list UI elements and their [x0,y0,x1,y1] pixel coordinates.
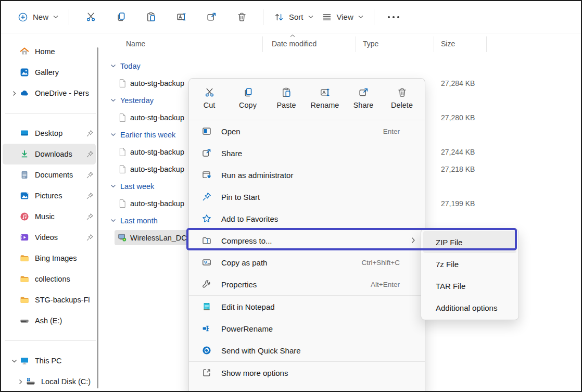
music-icon [19,211,30,222]
sidebar-item-label: OneDrive - Pers [35,89,96,97]
menu-item-pin-to-start[interactable]: Pin to Start [189,186,425,208]
home-icon [19,46,30,57]
pin-icon [84,212,95,221]
sidebar-item-home[interactable]: Home [3,41,96,62]
cut-quick-action[interactable]: Cut [190,84,229,120]
menu-item-copy-as-path[interactable]: Copy as path Ctrl+Shift+C [189,251,425,273]
sidebar-item-local-disk-c[interactable]: Local Disk (C:) [3,371,96,392]
compress-zip-icon [201,235,212,246]
menu-item-send-with-quick-share[interactable]: Send with Quick Share [189,339,425,361]
shortcut-label: Ctrl+Shift+C [361,259,400,267]
quick-actions-row: Cut Copy Paste Rename Share Delete [189,79,425,120]
navigation-pane: Home Gallery OneDrive - Pers Desktop Dow… [1,34,103,391]
sidebar-item-collections[interactable]: collections [3,269,96,289]
share-quick-action[interactable]: Share [344,84,383,120]
column-header-date-modified[interactable]: Date modified [263,34,356,54]
sidebar-item-gallery[interactable]: Gallery [3,62,96,83]
paste-button[interactable] [139,7,163,28]
sidebar-item-desktop[interactable]: Desktop [3,123,96,144]
view-button[interactable]: View [318,9,368,26]
gallery-icon [19,67,30,78]
new-plus-icon [18,12,28,22]
cut-button[interactable] [79,7,103,28]
chevron-down-icon[interactable] [9,359,19,363]
file-icon [117,198,128,209]
chevron-right-icon[interactable] [15,379,26,385]
column-header-row: Name Date modified Type Size [103,34,580,54]
paste-quick-action[interactable]: Paste [267,84,306,120]
admin-shield-icon [201,170,212,180]
sidebar-item-stg-backups[interactable]: STG-backups-Fl [3,289,96,310]
chevron-down-icon [308,15,313,19]
menu-item-run-as-administrator[interactable]: Run as administrator [189,164,425,186]
copy-icon [116,11,126,22]
sidebar-item-label: collections [35,275,96,283]
chevron-down-icon [110,98,116,102]
sidebar-item-ash-drive[interactable]: Ash (E:) [3,310,96,331]
new-button[interactable]: New [14,9,62,26]
share-icon [201,148,212,158]
documents-icon [19,170,30,180]
folder-icon [19,295,30,305]
more-options-button[interactable] [381,16,407,18]
sidebar-divider [5,113,96,113]
menu-item-properties[interactable]: Properties Alt+Enter [189,273,425,295]
installer-file-icon [117,233,128,243]
menu-item-compress-to[interactable]: Compress to... [189,230,425,251]
group-header-today[interactable]: Today [103,57,580,74]
menu-item-show-more-options[interactable]: Show more options [189,362,425,384]
sidebar-item-videos[interactable]: Videos [3,227,96,248]
sidebar-item-pictures[interactable]: Pictures [3,185,96,206]
open-icon [201,126,212,136]
chevron-down-icon [53,15,58,19]
share-button[interactable] [199,7,223,28]
column-header-name[interactable]: Name [103,34,263,54]
column-header-type[interactable]: Type [356,34,434,54]
sidebar-item-label: Home [35,47,96,56]
sort-button-label: Sort [289,12,303,21]
sidebar-item-downloads[interactable]: Downloads [3,144,96,165]
sidebar-item-label: Gallery [35,68,96,77]
sort-button[interactable]: Sort [270,9,318,26]
chevron-down-icon [358,15,363,19]
toolbar-divider [69,9,69,25]
sidebar-item-music[interactable]: Music [3,206,96,227]
rename-icon [320,87,331,98]
sidebar-item-documents[interactable]: Documents [3,165,96,185]
desktop-icon [19,128,30,138]
rename-quick-action[interactable]: Rename [306,84,344,120]
menu-item-open[interactable]: Open Enter [189,120,425,142]
chevron-right-icon[interactable] [9,91,19,96]
menu-item-edit-in-notepad[interactable]: Edit in Notepad [189,296,425,318]
submenu-item-zip-file[interactable]: ZIP File [423,231,516,253]
menu-item-share[interactable]: Share [189,142,425,164]
copy-path-icon [201,257,212,268]
rename-icon [176,11,187,22]
sidebar-item-this-pc[interactable]: This PC [3,350,96,371]
pin-outline-icon [201,192,212,202]
submenu-item-tar-file[interactable]: TAR File [423,275,516,297]
paste-icon [146,11,157,22]
powerrename-icon [201,323,212,334]
sidebar-item-onedrive[interactable]: OneDrive - Pers [3,83,96,104]
copy-button[interactable] [109,7,133,28]
sidebar-item-bing-images[interactable]: Bing Images [3,248,96,269]
notepad-icon [201,301,212,312]
share-icon [358,87,369,98]
menu-item-powerrename[interactable]: PowerRename [189,318,425,339]
sidebar-scrollbar[interactable] [97,47,98,388]
delete-button[interactable] [230,7,254,28]
pin-icon [84,150,95,159]
toolbar-divider [374,9,374,25]
delete-quick-action[interactable]: Delete [383,84,421,120]
delete-icon [236,11,247,22]
rename-button[interactable] [169,7,193,28]
sidebar-item-label: Documents [35,171,84,179]
copy-quick-action[interactable]: Copy [229,84,267,120]
new-button-label: New [33,12,48,21]
menu-item-add-to-favorites[interactable]: Add to Favorites [189,208,425,230]
column-header-size[interactable]: Size [434,34,487,54]
submenu-item-additional-options[interactable]: Additional options [423,297,516,319]
submenu-item-7z-file[interactable]: 7z File [423,253,516,275]
sidebar-item-label: Music [35,212,84,221]
